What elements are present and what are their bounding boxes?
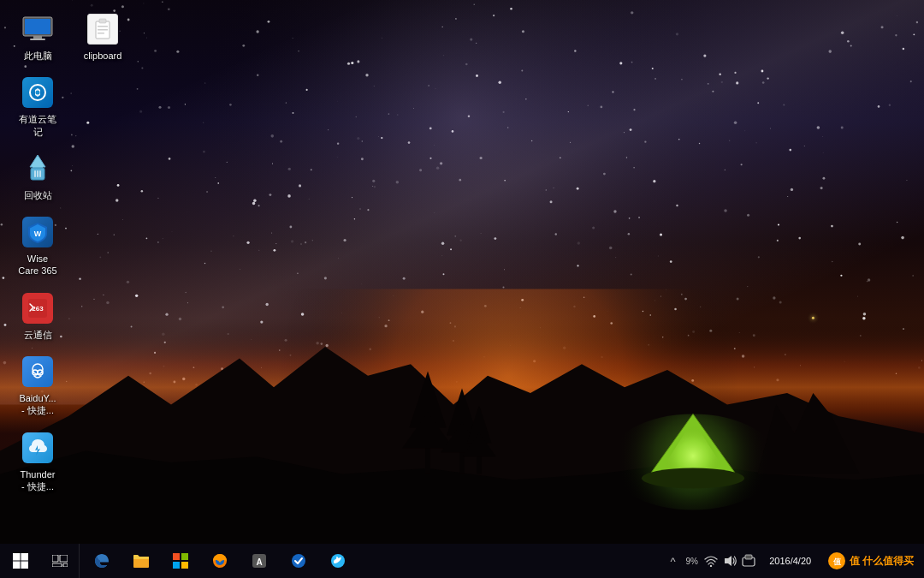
desktop-icon-baidu[interactable]: BaiduY... - 快捷... (9, 351, 67, 420)
svg-point-41 (292, 554, 305, 568)
svg-text:值: 值 (832, 557, 841, 566)
wifi-icon[interactable] (702, 544, 720, 578)
thunder-icon (22, 432, 53, 463)
clipboard-icon (87, 14, 118, 45)
yuncom-icon: 263 (22, 293, 53, 324)
svg-rect-26 (13, 562, 21, 569)
desktop-icon-recycle[interactable]: 回收站 (9, 148, 67, 205)
svg-rect-16 (39, 170, 41, 177)
desktop-icon-youdao[interactable]: 有道云笔 记 (9, 72, 67, 141)
svg-rect-6 (98, 26, 108, 27)
thunder-label: Thunder - 快捷... (21, 468, 56, 493)
tray-chevron[interactable]: ^ (665, 544, 682, 578)
svg-rect-24 (13, 553, 21, 561)
zhidetai-logo-area[interactable]: 值 值 什么值得买 (820, 544, 921, 578)
baidu-icon (22, 356, 53, 387)
tray-network[interactable]: 9% (684, 544, 701, 578)
notification-icon[interactable] (740, 544, 757, 578)
start-button[interactable] (0, 544, 41, 578)
svg-rect-15 (37, 170, 38, 177)
svg-rect-14 (34, 170, 36, 177)
system-tray: ^ 9% (661, 544, 761, 578)
speaker-icon[interactable] (721, 544, 738, 578)
svg-rect-36 (181, 562, 188, 569)
svg-rect-1 (25, 19, 50, 34)
youdao-label: 有道云笔 记 (19, 113, 56, 138)
svg-marker-11 (30, 155, 45, 167)
svg-point-43 (709, 565, 711, 567)
svg-rect-7 (98, 29, 108, 31)
app8-icon (329, 552, 346, 569)
svg-rect-2 (33, 36, 42, 39)
explorer-icon (133, 552, 150, 569)
svg-rect-3 (30, 39, 45, 40)
windows-logo-icon (12, 552, 29, 569)
youdao-icon (22, 77, 53, 108)
yuncom-label: 云通信 (24, 329, 52, 341)
desktop-icon-wise-care[interactable]: W Wise Care 365 (9, 212, 67, 281)
store-icon (172, 552, 189, 569)
svg-marker-44 (725, 556, 732, 566)
taskbar-app8[interactable] (319, 544, 357, 578)
firefox-icon (211, 552, 228, 569)
edge-icon (93, 552, 110, 569)
svg-rect-5 (99, 19, 106, 23)
taskbar-clock[interactable]: 2016/4/20 (761, 544, 820, 578)
taskbar: A ^ (0, 544, 924, 578)
svg-rect-27 (21, 562, 29, 569)
taskbar-firefox[interactable] (201, 544, 239, 578)
svg-rect-29 (60, 555, 68, 562)
app7-icon (290, 552, 307, 569)
wallpaper (0, 0, 924, 578)
svg-rect-31 (63, 563, 68, 567)
this-pc-label: 此电脑 (24, 50, 52, 62)
wise-care-label: Wise Care 365 (18, 253, 56, 277)
pc-icon (21, 15, 54, 43)
svg-rect-34 (181, 553, 188, 560)
svg-text:W: W (34, 229, 42, 238)
svg-rect-25 (21, 553, 29, 561)
desktop-icon-thunder[interactable]: Thunder - 快捷... (9, 427, 67, 497)
taskbar-pinned-apps: A (79, 544, 360, 578)
taskbar-store[interactable] (162, 544, 199, 578)
wise-care-icon: W (22, 217, 53, 247)
clock-time: 2016/4/20 (769, 556, 811, 566)
taskbar-right-area: ^ 9% (661, 544, 924, 578)
task-view-icon (52, 555, 68, 567)
taskbar-app7[interactable] (280, 544, 317, 578)
svg-rect-8 (98, 33, 104, 34)
zhidetai-logo-icon: 值 (827, 551, 846, 570)
svg-rect-30 (52, 563, 62, 567)
taskbar-explorer[interactable] (122, 544, 160, 578)
task-view-button[interactable] (41, 544, 79, 578)
svg-text:263: 263 (32, 305, 44, 313)
recycle-icon (22, 153, 53, 184)
taskbar-edge[interactable] (83, 544, 121, 578)
clipboard-label: clipboard (84, 50, 122, 62)
desktop-icon-this-pc[interactable]: 此电脑 (9, 9, 67, 65)
zhidetai-logo-text: 值 什么值得买 (850, 554, 914, 569)
app6-icon: A (251, 552, 268, 569)
svg-rect-28 (52, 555, 58, 562)
recycle-label: 回收站 (24, 189, 52, 201)
taskbar-app6[interactable]: A (240, 544, 278, 578)
baidu-label: BaiduY... - 快捷... (19, 392, 56, 417)
svg-point-10 (36, 91, 40, 95)
svg-rect-35 (173, 562, 180, 569)
desktop-icon-clipboard[interactable]: clipboard (74, 9, 132, 65)
svg-rect-33 (173, 553, 180, 560)
desktop: 此电脑 clipboard (0, 0, 924, 578)
desktop-icon-yuncom[interactable]: 263 云通信 (9, 288, 67, 344)
svg-rect-46 (745, 555, 752, 559)
svg-text:A: A (256, 557, 262, 567)
desktop-icons-area: 此电脑 clipboard (9, 9, 132, 496)
